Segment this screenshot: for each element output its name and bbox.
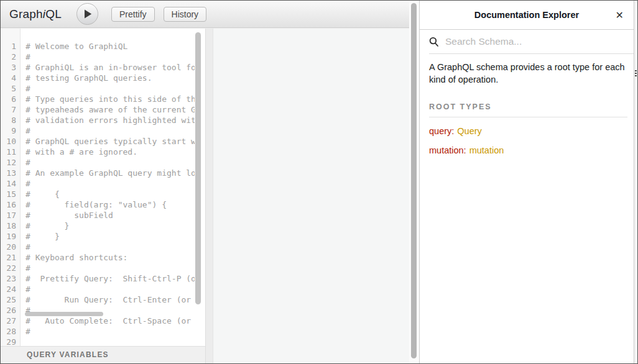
line-text: # Welcome to GraphiQL <box>25 41 127 52</box>
doc-explorer-content: A GraphQL schema provides a root type fo… <box>420 54 634 156</box>
editor-line: 11# with a # are ignored. <box>1 147 205 157</box>
line-number: 25 <box>1 294 16 305</box>
line-text: # Auto Complete: Ctrl-Space (or just sta… <box>25 316 195 326</box>
prettify-button[interactable]: Prettify <box>111 7 155 22</box>
field-name-link[interactable]: query: <box>429 126 454 136</box>
right-edge-strip <box>634 1 637 363</box>
editor-line: 22# <box>1 263 205 273</box>
field-name-link[interactable]: mutation: <box>429 145 466 155</box>
editor-line: 20# <box>1 242 205 252</box>
play-icon <box>84 9 92 19</box>
line-text: # Run Query: Ctrl-Enter (or press the pl… <box>25 294 195 305</box>
line-text: # subField <box>25 210 113 221</box>
editor-line: 18# } <box>1 221 205 231</box>
editor-line: 25# Run Query: Ctrl-Enter (or press the … <box>1 294 205 305</box>
logo-text: Graph <box>9 7 43 20</box>
editor-line: 14# <box>1 178 205 189</box>
logo-text-end: QL <box>45 7 62 20</box>
line-text: # <box>25 263 30 273</box>
editor-line: 24# <box>1 284 205 294</box>
line-text: # field(arg: "value") { <box>25 199 167 210</box>
editor-line: 16# field(arg: "value") { <box>1 199 205 210</box>
line-number: 9 <box>1 125 16 136</box>
search-icon <box>429 37 439 47</box>
editor-line: 21# Keyboard shortcuts: <box>1 252 205 263</box>
editor-line: 1# Welcome to GraphiQL <box>1 41 205 52</box>
editor-line: 12# <box>1 157 205 168</box>
editor-horizontal-scrollbar[interactable] <box>25 312 103 316</box>
line-number: 6 <box>1 94 16 104</box>
line-number: 26 <box>1 305 16 316</box>
history-button[interactable]: History <box>164 7 207 22</box>
editor-line: 7# typeaheads aware of the current Graph… <box>1 104 205 115</box>
root-types-heading: ROOT TYPES <box>429 102 627 117</box>
close-icon[interactable]: ✕ <box>612 8 627 22</box>
line-text: # <box>25 284 30 294</box>
line-number: 19 <box>1 231 16 242</box>
line-number: 21 <box>1 252 16 263</box>
search-schema-input[interactable] <box>444 35 618 48</box>
root-types-list: query:Querymutation:mutation <box>429 125 627 156</box>
line-text: # { <box>25 189 60 199</box>
editor-result-divider[interactable] <box>205 29 213 363</box>
line-text: # <box>25 157 30 168</box>
line-text: # Type queries into this side of the scr… <box>25 94 195 104</box>
graphiql-window: GraphiQL Prettify History 1# Welcome to … <box>0 0 638 364</box>
editor-line: 28# <box>1 326 205 337</box>
query-variables-header[interactable]: QUERY VARIABLES <box>1 346 205 363</box>
line-number: 5 <box>1 83 16 94</box>
line-number: 17 <box>1 210 16 221</box>
line-number: 8 <box>1 115 16 125</box>
editor-line: 4# testing GraphQL queries. <box>1 73 205 83</box>
execute-query-button[interactable] <box>76 3 98 25</box>
line-number: 14 <box>1 178 16 189</box>
editor-line: 23# Prettify Query: Shift-Ctrl-P (or pre… <box>1 273 205 284</box>
line-text: # Keyboard shortcuts: <box>25 252 127 263</box>
editor-line: 27# Auto Complete: Ctrl-Space (or just s… <box>1 316 205 326</box>
line-text: # with a # are ignored. <box>25 147 137 157</box>
editor-line: 6# Type queries into this side of the sc… <box>1 94 205 104</box>
type-name-link[interactable]: Query <box>457 126 482 136</box>
line-number: 16 <box>1 199 16 210</box>
schema-search-row <box>429 30 634 54</box>
toolbar: GraphiQL Prettify History <box>1 1 409 28</box>
line-text: # GraphiQL is an in-browser tool for wri… <box>25 62 195 73</box>
query-editor[interactable]: 1# Welcome to GraphiQL2#3# GraphiQL is a… <box>1 29 205 346</box>
editor-line: 8# validation errors highlighted within … <box>1 115 205 125</box>
schema-description: A GraphQL schema provides a root type fo… <box>429 61 637 86</box>
line-text: # testing GraphQL queries. <box>25 73 152 83</box>
line-text: # Prettify Query: Shift-Ctrl-P (or press… <box>25 273 195 284</box>
line-number: 15 <box>1 189 16 199</box>
doc-explorer-title: Documentation Explorer <box>474 10 579 20</box>
editor-line: 9# <box>1 125 205 136</box>
line-number: 2 <box>1 52 16 62</box>
line-number: 27 <box>1 316 16 326</box>
resize-grip-icon[interactable] <box>635 70 637 78</box>
line-number: 7 <box>1 104 16 115</box>
editor-line: 17# subField <box>1 210 205 221</box>
doc-explorer-title-bar: Documentation Explorer ✕ <box>420 1 634 30</box>
page-scrollbar-track <box>409 1 419 363</box>
graphiql-logo: GraphiQL <box>9 7 62 21</box>
line-number: 13 <box>1 168 16 178</box>
documentation-explorer-panel: Documentation Explorer ✕ A GraphQL schem… <box>419 1 634 363</box>
editor-line: 5# <box>1 83 205 94</box>
line-text: # GraphQL queries typically start with a… <box>25 136 195 147</box>
line-text: # typeaheads aware of the current GraphQ… <box>25 104 195 115</box>
editor-vertical-scrollbar[interactable] <box>195 32 201 304</box>
line-number: 18 <box>1 221 16 231</box>
editor-line: 15# { <box>1 189 205 199</box>
root-type-item: query:Query <box>429 125 627 137</box>
line-text: # <box>25 83 30 94</box>
editor-line: 29 <box>1 337 205 346</box>
type-name-link[interactable]: mutation <box>469 145 504 155</box>
page-scrollbar-thumb[interactable] <box>411 3 417 358</box>
editor-line: 3# GraphiQL is an in-browser tool for wr… <box>1 62 205 73</box>
line-text: # <box>25 178 30 189</box>
line-number: 29 <box>1 337 16 346</box>
line-text: # } <box>25 221 69 231</box>
line-number: 1 <box>1 41 16 52</box>
editor-line: 2# <box>1 52 205 62</box>
line-number: 22 <box>1 263 16 273</box>
result-pane <box>213 29 409 363</box>
